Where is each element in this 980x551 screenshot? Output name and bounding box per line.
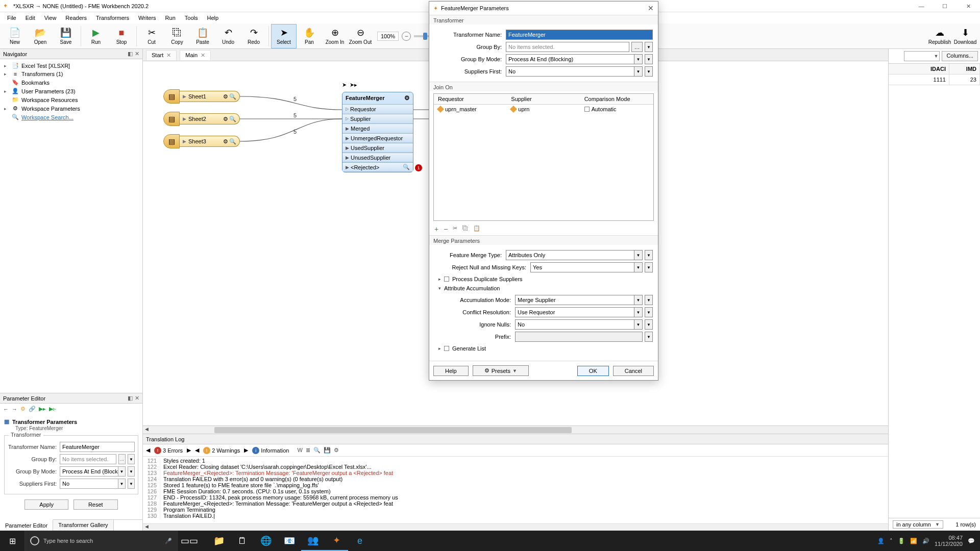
dropdown-icon[interactable]: ▼ [634,295,643,305]
col-header[interactable]: IDACI [889,64,949,74]
table-row[interactable]: uprn_master uprn Automatic [434,105,653,114]
teams-icon[interactable]: 👥 [301,531,325,551]
dropdown-icon[interactable]: ▼ [645,42,653,52]
checkbox-icon[interactable] [584,107,590,112]
chrome-icon[interactable]: 🌐 [254,531,278,551]
dropdown-icon[interactable]: ▼ [645,250,653,260]
feature-merge-type-select[interactable]: Attributes Only [506,250,634,260]
expand-icon[interactable]: ▶ [183,139,186,144]
dropdown-icon[interactable]: ▼ [634,66,643,77]
menu-readers[interactable]: Readers [61,14,91,22]
dropdown-icon[interactable]: ▼ [634,262,643,272]
scrollbar-thumb[interactable] [214,427,572,433]
run-from-icon[interactable]: ▶▸ [39,406,46,412]
checkbox-icon[interactable] [444,277,449,282]
attribute-accumulation-toggle[interactable]: ▾Attribute Accumulation [434,284,653,293]
paste-button[interactable]: 📋Paste [190,24,215,48]
tab-param-editor[interactable]: Parameter Editor [0,519,53,531]
undo-button[interactable]: ↶Undo [215,24,241,48]
nav-item[interactable]: ▸👤User Parameters (23) [2,87,140,95]
expand-icon[interactable]: ▶ [183,116,186,121]
generate-list-toggle[interactable]: ▸Generate List [434,344,653,353]
reader-sheet3[interactable]: ▤ ▶Sheet3⚙🔍 [163,134,240,148]
menu-transformers[interactable]: Transformers [92,14,133,22]
nav-item[interactable]: ▸≡Transformers (1) [2,70,140,78]
next-button[interactable]: ▶ [187,447,191,454]
save-button[interactable]: 💾Save [53,24,79,48]
magnify-icon[interactable]: 🔍 [229,93,236,100]
run-to-icon[interactable]: ▶▹ [49,406,56,412]
tab-main[interactable]: Main✕ [180,50,211,60]
menu-writers[interactable]: Writers [134,14,160,22]
expand-icon[interactable]: ▶ [183,94,186,99]
zoom-out-tool[interactable]: ⊖Zoom Out [348,24,373,48]
close-panel-icon[interactable]: ✕ [135,395,139,402]
link-icon[interactable]: 🔗 [29,406,36,412]
menu-file[interactable]: File [3,14,20,22]
group-by-input[interactable]: No items selected. [60,454,116,464]
people-icon[interactable]: 👤 [877,538,885,544]
dropdown-icon[interactable]: ▼ [634,54,643,64]
errors-filter[interactable]: !3 Errors [154,447,183,454]
suppliers-first-select[interactable]: No [506,66,634,77]
col-header[interactable]: Comparison Mode [580,94,653,104]
dropdown-icon[interactable]: ▼ [118,466,126,477]
copy-icon[interactable]: ⿻ [462,225,468,233]
ellipsis-button[interactable]: … [631,42,643,52]
dropdown-icon[interactable]: ▼ [645,319,653,330]
dropdown-icon[interactable]: ▼ [634,307,643,317]
settings-log-icon[interactable]: ⚙ [334,447,339,454]
columns-button[interactable]: Columns... [942,51,978,61]
ellipsis-button[interactable]: … [118,454,126,464]
dialog-titlebar[interactable]: ✦ FeatureMerger Parameters ✕ [429,2,658,15]
task-view-icon[interactable]: ▭▭ [178,531,201,551]
ok-button[interactable]: OK [577,366,609,376]
port-unmerged-requestor[interactable]: ▶UnmergedRequestor [342,133,413,142]
port-supplier[interactable]: ▷Supplier [342,114,413,123]
navigator-tree[interactable]: ▸📑Excel Test [XLSXR] ▸≡Transformers (1) … [0,59,142,393]
clock[interactable]: 08:4711/12/2020 [935,535,963,547]
tab-start[interactable]: Start✕ [146,50,177,60]
transformer-name-input[interactable]: FeatureMerger [60,442,135,452]
stop-button[interactable]: ■Stop [109,24,134,48]
prev-button[interactable]: ◀ [146,447,150,454]
save-log-icon[interactable]: 💾 [324,447,331,454]
dock-icon[interactable]: ◧ [128,51,133,57]
dropdown-icon[interactable]: ▼ [128,466,135,477]
menu-tools[interactable]: Tools [181,14,202,22]
transformer-name-input[interactable]: FeatureMerger [506,30,653,40]
gear-icon[interactable]: ⚙ [20,406,26,412]
paste-icon[interactable]: 📋 [473,225,480,233]
wifi-icon[interactable]: 📶 [910,538,917,544]
prefix-input[interactable] [515,332,643,342]
zoom-minus[interactable]: − [402,32,411,41]
preview-table[interactable]: IDACIIMD 111123 [889,63,980,85]
col-header[interactable]: Supplier [507,94,580,104]
filter-select[interactable]: in any column▼ [893,520,943,529]
add-row-icon[interactable]: + [434,225,438,233]
conflict-resolution-select[interactable]: Use Requestor [515,307,634,317]
checkbox-icon[interactable] [444,346,449,351]
log-scrollbar[interactable]: ◀▶ [143,523,980,531]
cancel-button[interactable]: Cancel [613,366,654,376]
magnify-icon[interactable]: 🔍 [229,116,236,122]
menu-edit[interactable]: Edit [21,14,39,22]
dropdown-icon[interactable]: ▼ [634,319,643,330]
dropdown-icon[interactable]: ▼ [128,454,135,464]
magnify-icon[interactable]: 🔍 [403,164,410,170]
port-used-supplier[interactable]: ▶UsedSupplier [342,143,413,152]
outlook-icon[interactable]: 📧 [278,531,301,551]
close-dialog-icon[interactable]: ✕ [648,4,654,12]
port-merged[interactable]: ▶Merged [342,123,413,133]
word-wrap-icon[interactable]: W [297,447,302,454]
menu-help[interactable]: Help [203,14,223,22]
tab-transformer-gallery[interactable]: Transformer Gallery [53,520,113,531]
col-header[interactable]: IMD [949,64,980,74]
minimize-button[interactable]: — [910,0,933,12]
list-icon[interactable]: ≣ [306,447,310,454]
nav-item[interactable]: 🔖Bookmarks [2,78,140,87]
dropdown-icon[interactable]: ▼ [645,307,653,317]
run-button[interactable]: ▶Run [83,24,109,48]
help-button[interactable]: Help [433,366,469,376]
close-panel-icon[interactable]: ✕ [135,51,139,57]
